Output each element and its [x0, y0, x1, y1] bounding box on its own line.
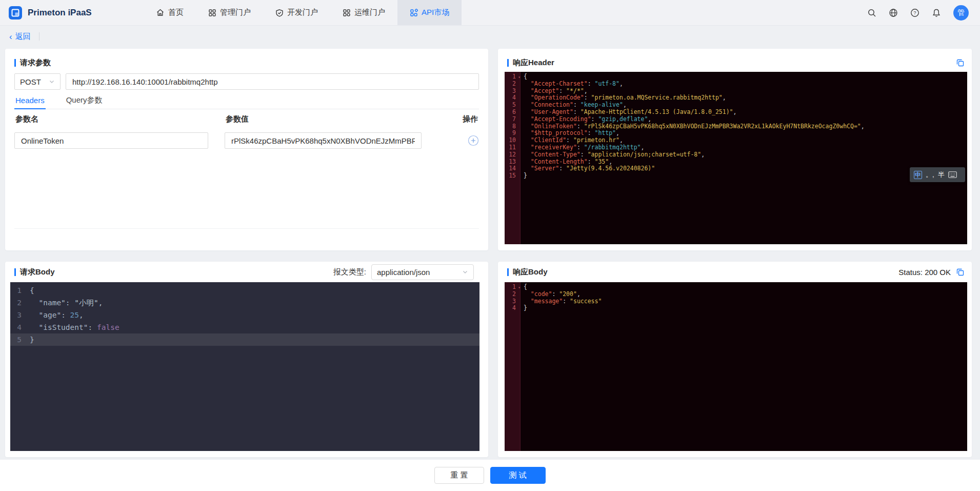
- add-param-button[interactable]: [468, 135, 479, 146]
- nav-item-ops-portal[interactable]: 运维门户: [330, 0, 397, 25]
- copy-icon[interactable]: [956, 268, 965, 277]
- ime-toolbar[interactable]: 中 。, 半: [910, 167, 965, 182]
- tab-headers[interactable]: Headers: [14, 92, 46, 109]
- app-logo-icon: [8, 6, 23, 20]
- request-tabs: Headers Query参数: [14, 92, 479, 109]
- request-body-panel: 请求Body 报文类型: application/json 1{2 "name"…: [5, 262, 488, 457]
- panel-title-text: 响应Body: [513, 267, 548, 277]
- code-line: 3 "age": 25,: [10, 309, 479, 321]
- panel-title: 响应Body: [507, 267, 548, 277]
- globe-icon[interactable]: [889, 8, 898, 17]
- request-body-head: 请求Body 报文类型: application/json: [14, 264, 481, 280]
- panel-title: 请求参数: [14, 58, 51, 68]
- param-name-input[interactable]: [14, 132, 208, 149]
- code-line: 13 "Content-Length": "35",: [505, 159, 967, 166]
- back-link-label: 返回: [15, 32, 31, 42]
- chevron-down-icon: [49, 78, 55, 85]
- nav-item-api-market[interactable]: API市场: [397, 0, 462, 25]
- param-op-cell: [450, 135, 479, 146]
- avatar-text: 管: [957, 8, 965, 17]
- nav-item-admin-portal[interactable]: 管理门户: [196, 0, 263, 25]
- code-line: 7 "Accept-Encoding": "gzip,deflate",: [505, 116, 967, 123]
- code-line: 3 "message": "success": [505, 298, 967, 305]
- table-bottom-divider: [14, 228, 479, 229]
- home-icon: [156, 8, 165, 17]
- response-body-editor[interactable]: 1▾{2 "code": "200",3 "message": "success…: [505, 282, 967, 451]
- param-value-cell: [225, 132, 450, 149]
- method-select[interactable]: POST: [14, 73, 61, 90]
- nav-item-label: 运维门户: [354, 8, 385, 17]
- vertical-divider: [39, 32, 39, 41]
- keyboard-icon: [948, 171, 957, 178]
- back-link[interactable]: ‹ 返回: [9, 32, 31, 42]
- request-body-editor[interactable]: 1{2 "name": "小明",3 "age": 25,4 "isStuden…: [10, 282, 479, 451]
- tab-query-params[interactable]: Query参数: [65, 92, 104, 109]
- code-line: 12 "Content-Type": "application/json;cha…: [505, 151, 967, 159]
- params-table: 参数名 参数值 操作: [14, 109, 479, 152]
- title-accent-bar: [14, 268, 16, 276]
- title-accent-bar: [507, 268, 509, 276]
- col-operation: 操作: [450, 114, 479, 124]
- nav-item-label: 首页: [168, 8, 184, 17]
- bell-icon[interactable]: [932, 8, 941, 17]
- title-accent-bar: [507, 59, 509, 67]
- apps-icon: [410, 9, 418, 17]
- param-row: [14, 129, 479, 152]
- col-param-name: 参数名: [14, 114, 225, 124]
- request-url-row: POST: [14, 73, 479, 90]
- brand-name: Primeton iPaaS: [28, 8, 92, 18]
- code-line: 2 "code": "200",: [505, 291, 967, 298]
- title-accent-bar: [14, 59, 16, 67]
- response-header-panel: 响应Header 1▾{2 "Accept-Charset": "utf-8",…: [498, 49, 972, 250]
- ime-language-indicator: 中: [914, 171, 922, 179]
- svg-text:?: ?: [913, 10, 916, 15]
- avatar[interactable]: 管: [953, 5, 969, 21]
- nav-item-label: 管理门户: [220, 8, 251, 17]
- test-button[interactable]: 测 试: [490, 467, 546, 484]
- ime-width-mode: 半: [938, 170, 945, 180]
- response-body-head: 响应Body Status: 200 OK: [507, 264, 965, 280]
- code-line: 2 "name": "小明",: [10, 297, 479, 309]
- nav-item-label: API市场: [422, 8, 449, 17]
- url-input[interactable]: [66, 73, 479, 90]
- content-type-value: application/json: [377, 268, 430, 277]
- response-header-editor[interactable]: 1▾{2 "Accept-Charset": "utf-8",3 "Accept…: [505, 72, 967, 244]
- code-line: 4 "isStudent": false: [10, 321, 479, 333]
- code-line: 14 "Server": "Jetty(9.4.56.v20240826)": [505, 165, 967, 172]
- help-icon[interactable]: ?: [910, 8, 919, 17]
- reset-button[interactable]: 重 置: [434, 467, 484, 484]
- grid-icon: [208, 9, 216, 17]
- code-line: 5 "Connection": "keep-alive",: [505, 102, 967, 109]
- code-line: 3 "Accept": "*/*",: [505, 88, 967, 95]
- nav-item-dev-portal[interactable]: 开发门户: [263, 0, 330, 25]
- code-line: 9 "$http_protocol": "http",: [505, 130, 967, 137]
- shield-icon: [275, 9, 284, 17]
- content-type-label: 报文类型:: [333, 267, 366, 277]
- content-type-select[interactable]: application/json: [371, 264, 474, 280]
- ime-punctuation-mode: 。,: [926, 170, 934, 180]
- copy-icon[interactable]: [956, 58, 965, 67]
- code-line: 11 "receiverKey": "/rabbitmq2http",: [505, 144, 967, 151]
- brand: Primeton iPaaS: [0, 6, 128, 20]
- chevron-down-icon: [462, 269, 468, 275]
- code-line: 1▾{: [505, 73, 967, 81]
- panel-title: 请求Body: [14, 267, 55, 277]
- nav-item-label: 开发门户: [287, 8, 318, 17]
- breadcrumb-row: ‹ 返回: [0, 26, 980, 47]
- nav-item-home[interactable]: 首页: [144, 0, 196, 25]
- code-line: 2 "Accept-Charset": "utf-8",: [505, 81, 967, 88]
- panel-title: 响应Header: [507, 58, 554, 68]
- code-line: 1{: [10, 284, 479, 297]
- code-line: 8 "OnlineToken": "rPlSk46zpCBaH5vPK68hq5…: [505, 123, 967, 130]
- code-line: 15}: [505, 172, 967, 180]
- code-line: 4}: [505, 305, 967, 312]
- param-name-cell: [14, 132, 225, 149]
- top-navbar: Primeton iPaaS 首页 管理门户 开发门户 运维门户: [0, 0, 980, 26]
- search-icon[interactable]: [867, 8, 876, 17]
- code-line: 5}: [10, 333, 479, 346]
- chevron-left-icon: ‹: [9, 32, 12, 41]
- navbar-actions: ? 管: [867, 5, 980, 21]
- param-value-input[interactable]: [225, 132, 422, 149]
- code-line: 6 "User-Agent": "Apache-HttpClient/4.5.1…: [505, 109, 967, 116]
- panel-title-text: 请求参数: [20, 58, 51, 68]
